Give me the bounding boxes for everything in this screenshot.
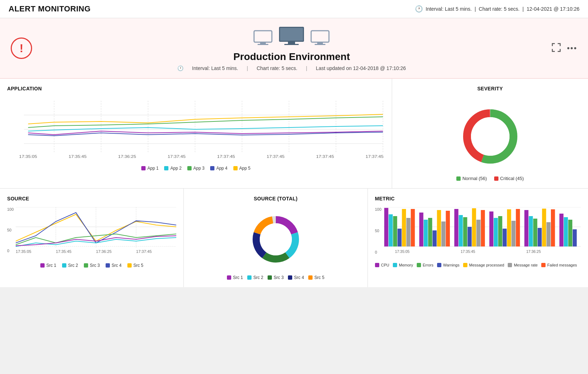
svg-rect-70 bbox=[468, 227, 472, 246]
svg-text:17:37:45: 17:37:45 bbox=[267, 154, 285, 159]
svg-rect-67 bbox=[454, 209, 458, 246]
svg-rect-4 bbox=[280, 28, 303, 41]
source-total-legend: Src 1 Src 2 Src 3 Src 4 Src 5 bbox=[227, 275, 324, 280]
legend-src3: Src 3 bbox=[84, 263, 100, 268]
svg-text:17:35:05: 17:35:05 bbox=[395, 249, 410, 254]
svg-rect-76 bbox=[498, 216, 502, 246]
svg-rect-53 bbox=[384, 208, 388, 246]
header-info: 🕐 Interval: Last 5 mins. | Chart rate: 5… bbox=[415, 5, 579, 13]
svg-rect-60 bbox=[419, 213, 423, 246]
normal-label: Normal (56) bbox=[462, 176, 487, 181]
legend-src1: Src 1 bbox=[40, 263, 56, 268]
svg-rect-69 bbox=[463, 217, 467, 246]
svg-text:17:35:45: 17:35:45 bbox=[69, 154, 87, 159]
critical-label: Critical (45) bbox=[500, 176, 524, 181]
metric-chart-title: METRIC bbox=[375, 196, 581, 201]
charts-grid: APPLICATION bbox=[0, 79, 588, 189]
svg-rect-54 bbox=[389, 214, 392, 246]
app1-color bbox=[141, 166, 146, 170]
svg-rect-68 bbox=[459, 215, 463, 246]
application-svg: 17:35:05 17:35:45 17:36:25 17:37:45 17:3… bbox=[7, 97, 385, 161]
header-interval: Interval: Last 5 mins. bbox=[426, 6, 472, 12]
banner-chart-rate: Chart rate: 5 secs. bbox=[257, 65, 297, 71]
svg-rect-78 bbox=[507, 209, 511, 246]
svg-text:17:36:25: 17:36:25 bbox=[96, 250, 112, 254]
banner-center: Production Environment 🕐 Interval: Last … bbox=[32, 25, 551, 71]
metric-chart-panel: METRIC 100 50 0 bbox=[368, 189, 588, 287]
normal-color bbox=[456, 176, 461, 181]
legend-src2: Src 2 bbox=[62, 263, 78, 268]
source-legend: Src 1 Src 2 Src 3 Src 4 Src 5 bbox=[7, 263, 176, 268]
banner-actions: ••• bbox=[551, 43, 577, 54]
source-y-axis: 100 50 0 bbox=[7, 207, 16, 260]
metric-y-axis: 100 50 0 bbox=[375, 207, 384, 260]
alert-banner: ! Production Environment 🕐 bbox=[0, 18, 588, 79]
clock-icon: 🕐 bbox=[415, 5, 423, 13]
svg-rect-61 bbox=[424, 220, 428, 246]
app3-label: App 3 bbox=[193, 166, 204, 171]
critical-color bbox=[494, 176, 498, 181]
svg-rect-9 bbox=[315, 44, 325, 45]
svg-text:17:37:45: 17:37:45 bbox=[217, 154, 235, 159]
banner-meta: 🕐 Interval: Last 5 mins. | Chart rate: 5… bbox=[32, 65, 551, 71]
app5-color bbox=[233, 166, 238, 170]
svg-rect-81 bbox=[524, 210, 528, 246]
svg-rect-56 bbox=[397, 229, 401, 246]
svg-rect-59 bbox=[411, 209, 415, 246]
svg-point-32 bbox=[471, 117, 510, 156]
svg-rect-88 bbox=[559, 214, 563, 246]
app2-color bbox=[164, 166, 168, 170]
monitor-small-left-icon bbox=[252, 29, 274, 47]
header-chart-rate: Chart rate: 5 secs. bbox=[479, 6, 519, 12]
svg-rect-89 bbox=[564, 217, 568, 246]
app5-label: App 5 bbox=[239, 166, 250, 171]
header-timestamp: 12-04-2021 @ 17:10:26 bbox=[527, 6, 579, 12]
app4-label: App 4 bbox=[216, 166, 227, 171]
bottom-row: SOURCE 100 50 0 bbox=[0, 189, 588, 287]
application-chart-title: APPLICATION bbox=[7, 86, 385, 91]
source-total-donut bbox=[247, 211, 304, 269]
legend-app2: App 2 bbox=[164, 166, 181, 171]
svg-rect-66 bbox=[446, 211, 450, 246]
svg-text:17:35:05: 17:35:05 bbox=[16, 250, 31, 254]
svg-text:17:37:45: 17:37:45 bbox=[366, 154, 384, 159]
svg-rect-80 bbox=[516, 209, 520, 246]
source-chart-title: SOURCE bbox=[7, 196, 176, 201]
severity-chart-panel: SEVERITY Normal (56) Critical (45) bbox=[392, 79, 588, 188]
legend-app4: App 4 bbox=[210, 166, 227, 171]
svg-text:17:36:25: 17:36:25 bbox=[118, 154, 136, 159]
svg-rect-75 bbox=[494, 218, 498, 246]
application-line-chart: 17:35:05 17:35:45 17:36:25 17:37:45 17:3… bbox=[7, 97, 385, 161]
legend-src4: Src 4 bbox=[106, 263, 122, 268]
source-chart-panel: SOURCE 100 50 0 bbox=[0, 189, 183, 287]
legend-src5: Src 5 bbox=[127, 263, 143, 268]
svg-rect-91 bbox=[573, 229, 577, 246]
svg-rect-7 bbox=[311, 31, 329, 42]
svg-rect-63 bbox=[432, 230, 436, 246]
banner-last-updated: Last updated on 12-04-2018 @ 17:10:26 bbox=[316, 65, 406, 71]
svg-text:17:35:05: 17:35:05 bbox=[19, 154, 37, 159]
source-svg: 17:35:05 17:35:45 17:36:25 17:37:45 bbox=[16, 207, 176, 257]
severity-legend: Normal (56) Critical (45) bbox=[456, 176, 524, 181]
source-line-chart: 17:35:05 17:35:45 17:36:25 17:37:45 bbox=[16, 207, 176, 257]
more-options-button[interactable]: ••• bbox=[567, 44, 577, 53]
svg-rect-90 bbox=[568, 220, 572, 246]
svg-rect-55 bbox=[393, 216, 397, 246]
metric-bar-chart: 17:35:05 17:35:45 17:36:25 bbox=[384, 207, 581, 257]
svg-rect-6 bbox=[284, 44, 299, 45]
app4-color bbox=[210, 166, 214, 170]
svg-rect-85 bbox=[542, 209, 546, 246]
svg-rect-84 bbox=[538, 228, 542, 246]
expand-button[interactable] bbox=[551, 43, 561, 54]
application-legend: App 1 App 2 App 3 App 4 App 5 bbox=[7, 166, 385, 171]
svg-rect-74 bbox=[490, 211, 493, 246]
severity-chart-title: SEVERITY bbox=[477, 86, 503, 91]
svg-rect-62 bbox=[428, 218, 432, 246]
metric-svg: 17:35:05 17:35:45 17:36:25 bbox=[384, 207, 581, 257]
source-total-title: SOURCE (TOTAL) bbox=[254, 196, 298, 201]
svg-rect-72 bbox=[476, 220, 480, 246]
svg-text:17:35:45: 17:35:45 bbox=[56, 250, 72, 254]
alert-icon: ! bbox=[11, 38, 32, 59]
banner-interval: Interval: Last 5 mins. bbox=[192, 65, 238, 71]
app2-label: App 2 bbox=[170, 166, 181, 171]
